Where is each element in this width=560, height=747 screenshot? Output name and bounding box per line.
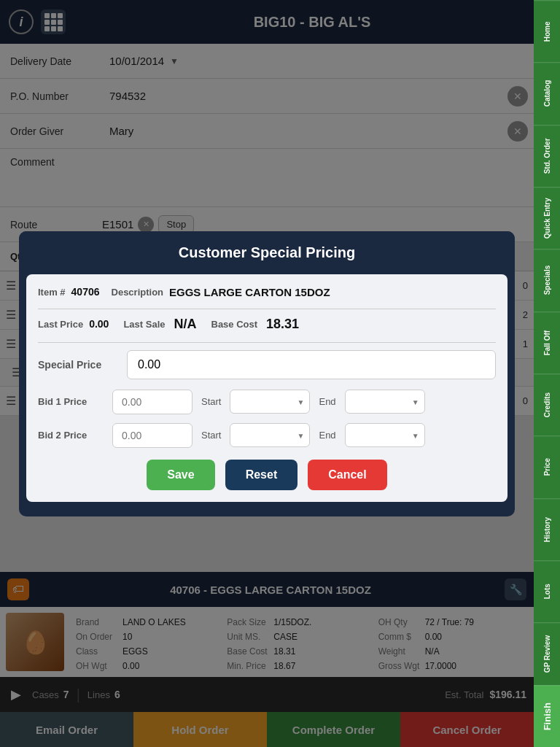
modal-bid2-start-select[interactable] bbox=[230, 423, 310, 447]
sidebar-item-specials[interactable]: Specials bbox=[534, 249, 560, 311]
modal-bid1-start-select[interactable] bbox=[230, 390, 310, 414]
customer-special-pricing-modal: Customer Special Pricing Item # 40706 De… bbox=[19, 231, 515, 516]
modal-bid2-start-label: Start bbox=[201, 430, 221, 441]
modal-last-sale-label: Last Sale bbox=[123, 319, 165, 330]
sidebar-item-history[interactable]: History bbox=[534, 498, 560, 560]
modal-divider-1 bbox=[38, 309, 496, 309]
modal-reset-button[interactable]: Reset bbox=[225, 460, 298, 490]
modal-bid2-start-select-wrap bbox=[230, 423, 310, 447]
modal-bid1-end-label: End bbox=[319, 396, 335, 407]
modal-bid2-end-select[interactable] bbox=[345, 423, 425, 447]
modal-title: Customer Special Pricing bbox=[32, 244, 502, 261]
sidebar-item-credits[interactable]: Credits bbox=[534, 374, 560, 436]
modal-bid1-end-select-wrap bbox=[345, 390, 425, 414]
modal-description-value: EGGS LARGE CARTON 15DOZ bbox=[169, 286, 330, 298]
sidebar-item-quick-entry[interactable]: Quick Entry bbox=[534, 187, 560, 249]
modal-description-field: Description EGGS LARGE CARTON 15DOZ bbox=[112, 286, 330, 298]
modal-special-price-row: Special Price bbox=[38, 350, 496, 379]
modal-base-cost-value: 18.31 bbox=[266, 317, 299, 332]
sidebar-item-finish[interactable]: Finish bbox=[534, 685, 560, 747]
modal-bid1-row: Bid 1 Price Start End bbox=[38, 390, 496, 414]
modal-last-price-field: Last Price 0.00 bbox=[38, 318, 109, 330]
modal-buttons: Save Reset Cancel bbox=[38, 460, 496, 490]
modal-base-cost-field: Base Cost 18.31 bbox=[211, 317, 300, 332]
modal-last-price-label: Last Price bbox=[38, 319, 83, 330]
sidebar-item-lots[interactable]: Lots bbox=[534, 560, 560, 622]
modal-bid1-start-select-wrap bbox=[230, 390, 310, 414]
modal-last-sale-field: Last Sale N/A bbox=[123, 317, 196, 332]
modal-save-button[interactable]: Save bbox=[147, 460, 214, 490]
modal-description-label: Description bbox=[112, 287, 164, 298]
modal-item-num-value: 40706 bbox=[71, 286, 100, 298]
sidebar-item-std-order[interactable]: Std. Order bbox=[534, 125, 560, 187]
modal-item-num-field: Item # 40706 bbox=[38, 286, 100, 298]
modal-prices-row: Last Price 0.00 Last Sale N/A Base Cost … bbox=[38, 317, 496, 332]
modal-special-price-label: Special Price bbox=[38, 359, 118, 371]
modal-bid2-input[interactable] bbox=[112, 423, 192, 448]
modal-bid2-end-label: End bbox=[319, 430, 335, 441]
modal-bid1-label: Bid 1 Price bbox=[38, 396, 104, 407]
modal-bid1-input[interactable] bbox=[112, 390, 192, 414]
modal-bid2-end-select-wrap bbox=[345, 423, 425, 447]
modal-base-cost-label: Base Cost bbox=[211, 319, 258, 330]
modal-bid1-start-label: Start bbox=[201, 396, 221, 407]
modal-special-price-input[interactable] bbox=[127, 350, 496, 379]
sidebar-item-price[interactable]: Price bbox=[534, 436, 560, 498]
modal-header: Customer Special Pricing bbox=[19, 231, 515, 274]
modal-cancel-button[interactable]: Cancel bbox=[308, 460, 386, 490]
modal-item-row: Item # 40706 Description EGGS LARGE CART… bbox=[38, 286, 496, 298]
modal-item-num-label: Item # bbox=[38, 287, 66, 298]
modal-body: Item # 40706 Description EGGS LARGE CART… bbox=[26, 274, 508, 502]
modal-overlay: Customer Special Pricing Item # 40706 De… bbox=[0, 0, 534, 747]
modal-bid2-label: Bid 2 Price bbox=[38, 430, 104, 441]
sidebar-item-home[interactable]: Home bbox=[534, 0, 560, 62]
sidebar-item-gp-review[interactable]: GP Review bbox=[534, 622, 560, 684]
modal-last-price-value: 0.00 bbox=[89, 318, 109, 330]
modal-divider-2 bbox=[38, 342, 496, 343]
right-sidebar: Home Catalog Std. Order Quick Entry Spec… bbox=[534, 0, 560, 747]
sidebar-item-fall-off[interactable]: Fall Off bbox=[534, 311, 560, 374]
modal-last-sale-value: N/A bbox=[174, 317, 197, 332]
modal-bid2-row: Bid 2 Price Start End bbox=[38, 423, 496, 448]
sidebar-item-catalog[interactable]: Catalog bbox=[534, 62, 560, 124]
modal-bid1-end-select[interactable] bbox=[345, 390, 425, 414]
